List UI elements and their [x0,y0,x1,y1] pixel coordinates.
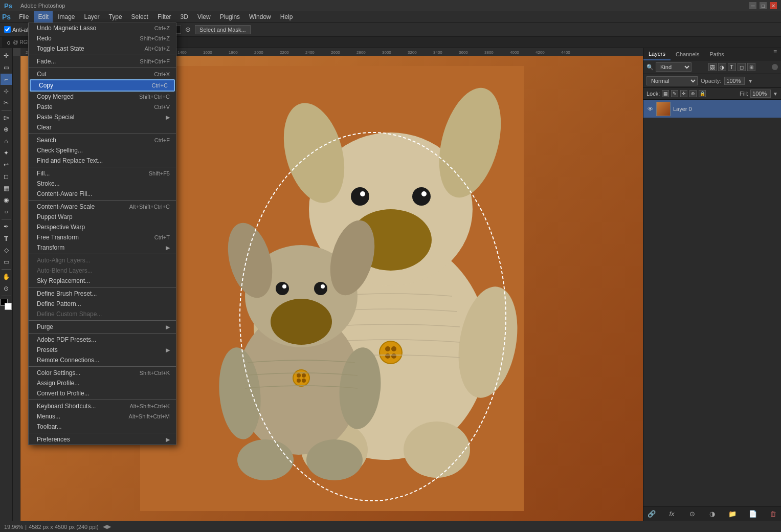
menu-item-copy[interactable]: Copy Ctrl+C [30,79,175,92]
nav-next-button[interactable]: ▶ [107,523,111,530]
menu-item-paste-special[interactable]: Paste Special ▶ [29,112,176,122]
close-button[interactable]: ✕ [770,2,777,9]
menu-item-fade[interactable]: Fade... Shift+Ctrl+F [29,56,176,66]
shape-tool[interactable]: ▭ [1,256,12,268]
text-tool[interactable]: T [1,233,12,244]
shape-filter-icon[interactable]: ◻ [738,63,746,71]
menu-item-keyboard-shortcuts[interactable]: Keyboard Shortcuts... Alt+Shift+Ctrl+K [29,401,176,411]
menu-type[interactable]: Type [105,11,126,23]
menu-item-find-replace[interactable]: Find and Replace Text... [29,156,176,166]
brush-tool[interactable]: ⌂ [1,136,12,147]
layer-item-0[interactable]: 👁 Layer 0 [643,100,781,118]
menu-item-redo[interactable]: Redo Shift+Ctrl+Z [29,33,176,43]
lock-artboard-icon[interactable]: ⊕ [689,90,697,97]
menu-layer[interactable]: Layer [80,11,104,23]
tab-layers[interactable]: Layers [643,48,671,60]
menu-view[interactable]: View [193,11,215,23]
marquee-tool[interactable]: ▭ [1,62,12,73]
menu-item-stroke[interactable]: Stroke... [29,179,176,189]
menu-item-preferences[interactable]: Preferences ▶ [29,434,176,445]
panel-menu-icon[interactable]: ≡ [769,48,781,60]
clone-tool[interactable]: ✦ [1,147,12,159]
menu-item-convert-profile[interactable]: Convert to Profile... [29,388,176,398]
menu-item-copy-merged[interactable]: Copy Merged Shift+Ctrl+C [29,92,176,102]
menu-item-puppet-warp[interactable]: Puppet Warp [29,212,176,222]
menu-item-free-transform[interactable]: Free Transform Ctrl+T [29,232,176,242]
fx-button[interactable]: fx [667,508,677,519]
spot-heal-tool[interactable]: ⊕ [1,124,12,135]
blur-tool[interactable]: ◉ [1,194,12,206]
fill-arrow[interactable]: ▼ [773,91,778,97]
gradient-tool[interactable]: ▦ [1,183,12,194]
lock-transparency-icon[interactable]: ▦ [662,90,669,97]
menu-item-check-spelling[interactable]: Check Spelling... [29,145,176,156]
quick-select-tool[interactable]: ⊹ [1,85,12,97]
fill-input[interactable] [750,90,771,98]
menu-item-undo[interactable]: Undo Magnetic Lasso Ctrl+Z [29,23,176,33]
menu-item-search[interactable]: Search Ctrl+F [29,135,176,145]
new-layer-button[interactable]: 📄 [748,508,758,519]
background-color[interactable] [5,303,12,310]
maximize-button[interactable]: □ [760,2,767,9]
eyedropper-tool[interactable]: ⌲ [1,112,12,123]
filter-kind-select[interactable]: Kind [656,62,691,72]
link-layers-button[interactable]: 🔗 [646,508,657,519]
color-swatches[interactable] [1,299,12,310]
menu-item-color-settings[interactable]: Color Settings... Shift+Ctrl+K [29,368,176,378]
menu-item-clear[interactable]: Clear [29,122,176,132]
pen-tool[interactable]: ✒ [1,221,12,232]
type-filter-icon[interactable]: T [728,63,736,71]
menu-item-define-pattern[interactable]: Define Pattern... [29,299,176,309]
move-tool[interactable]: ✛ [1,50,12,61]
lock-all-icon[interactable]: 🔒 [699,90,706,97]
lock-position-icon[interactable]: ✛ [680,90,687,97]
menu-item-menus[interactable]: Menus... Alt+Shift+Ctrl+M [29,411,176,422]
menu-filter[interactable]: Filter [153,11,175,23]
nav-prev-button[interactable]: ◀ [103,523,107,530]
menu-item-content-aware-fill[interactable]: Content-Aware Fill... [29,189,176,199]
adjustment-button[interactable]: ◑ [707,508,718,519]
menu-item-sky-replacement[interactable]: Sky Replacement... [29,276,176,286]
dodge-tool[interactable]: ○ [1,206,12,217]
menu-file[interactable]: File [15,11,33,23]
menu-item-define-custom-shape[interactable]: Define Custom Shape... [29,309,176,319]
zoom-tool[interactable]: ⊙ [1,283,12,294]
history-brush-tool[interactable]: ↩ [1,159,12,170]
smart-object-filter-icon[interactable]: ⊞ [747,63,755,71]
menu-select[interactable]: Select [127,11,152,23]
menu-item-toolbar[interactable]: Toolbar... [29,422,176,432]
pixel-filter-icon[interactable]: 🖼 [708,63,717,71]
menu-item-cut[interactable]: Cut Ctrl+X [29,69,176,79]
menu-item-fill[interactable]: Fill... Shift+F5 [29,168,176,179]
layer-visibility-toggle[interactable]: 👁 [646,105,654,113]
lock-image-icon[interactable]: ✎ [671,90,678,97]
menu-item-purge[interactable]: Purge ▶ [29,322,176,332]
delete-layer-button[interactable]: 🗑 [768,508,778,519]
adjustment-filter-icon[interactable]: ◑ [718,63,726,71]
lasso-tool[interactable]: ⌐ [1,74,12,85]
opacity-arrow[interactable]: ▼ [748,78,753,84]
select-mask-button[interactable]: Select and Mask... [195,25,251,34]
minimize-button[interactable]: ─ [749,2,756,9]
mask-button[interactable]: ⊙ [687,508,697,519]
menu-item-content-aware-scale[interactable]: Content-Aware Scale Alt+Shift+Ctrl+C [29,202,176,212]
opacity-input[interactable] [724,77,745,85]
menu-item-assign-profile[interactable]: Assign Profile... [29,378,176,388]
menu-window[interactable]: Window [245,11,275,23]
group-button[interactable]: 📁 [727,508,738,519]
menu-3d[interactable]: 3D [176,11,192,23]
menu-item-perspective-warp[interactable]: Perspective Warp [29,222,176,232]
path-select-tool[interactable]: ◇ [1,245,12,256]
menu-item-paste[interactable]: Paste Ctrl+V [29,102,176,112]
menu-item-adobe-pdf-presets[interactable]: Adobe PDF Presets... [29,335,176,345]
eraser-tool[interactable]: ◻ [1,171,12,182]
menu-edit[interactable]: Edit [34,11,53,23]
menu-help[interactable]: Help [276,11,297,23]
menu-item-toggle-state[interactable]: Toggle Last State Alt+Ctrl+Z [29,43,176,54]
menu-item-transform[interactable]: Transform ▶ [29,242,176,253]
menu-item-remote-connections[interactable]: Remote Connections... [29,355,176,365]
menu-plugins[interactable]: Plugins [216,11,244,23]
menu-item-auto-blend[interactable]: Auto-Blend Layers... [29,265,176,276]
menu-item-define-brush[interactable]: Define Brush Preset... [29,289,176,299]
menu-image[interactable]: Image [54,11,79,23]
